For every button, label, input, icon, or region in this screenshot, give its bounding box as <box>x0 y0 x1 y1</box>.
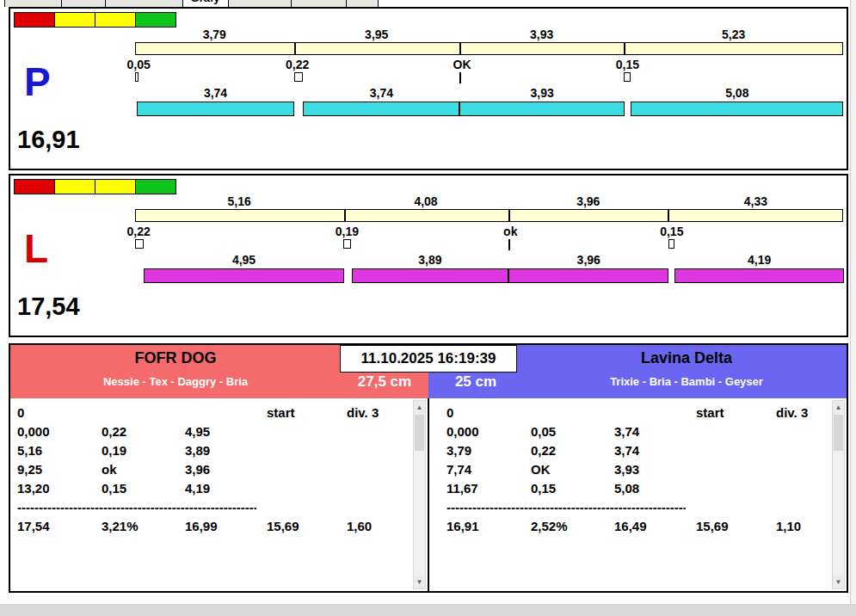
table-cell: 5,08 <box>614 481 696 500</box>
dog-labels-row: 3,743,743,935,08 <box>135 86 843 100</box>
table-cell <box>347 481 416 500</box>
table-cell <box>696 424 776 443</box>
tab-kombi-graf[interactable]: Kombi Graf <box>105 0 183 7</box>
teams-header: FOFR DOG Nessie - Tex - Daggry - Bria 27… <box>10 345 847 398</box>
app-window: RozbehCidlaKombi GrafGrafyDruzstvaRR / 3… <box>0 0 856 616</box>
table-cell <box>614 405 696 424</box>
ok-marker <box>459 72 461 83</box>
scroll-up-icon[interactable]: ▲ <box>414 401 425 414</box>
table-cell: 17,54 <box>17 519 102 538</box>
scroll-down-icon[interactable]: ▼ <box>833 576 844 588</box>
table-cell <box>267 424 347 443</box>
dog-bar-segment <box>137 102 293 116</box>
table-cell: OK <box>531 462 614 481</box>
table-cell: 16,49 <box>614 519 696 538</box>
change-time-label: 0,15 <box>660 225 683 238</box>
status-chip <box>54 179 95 194</box>
team-right-jump-height: 25 cm <box>428 373 523 391</box>
split-time-label: 4,08 <box>414 194 437 208</box>
scroll-down-icon[interactable]: ▼ <box>414 576 425 588</box>
change-labels-row: 0,050,22OK0,15 <box>135 58 843 71</box>
split-time-label: 3,79 <box>203 28 226 41</box>
tab-rozbeh[interactable]: Rozbeh <box>4 0 62 7</box>
split-time-label: 5,23 <box>722 28 745 41</box>
tab-grafy[interactable]: Grafy <box>182 0 229 7</box>
split-time-label: 3,95 <box>365 28 388 41</box>
status-chip <box>14 12 55 28</box>
table-cell: 3,79 <box>446 443 531 462</box>
tab-druzstva[interactable]: Druzstva <box>228 0 293 7</box>
change-marker <box>135 72 139 82</box>
change-time-label: ok <box>503 225 517 238</box>
total-bar <box>135 209 843 222</box>
table-cell <box>531 405 614 424</box>
change-markers-row <box>135 72 843 84</box>
table-cell: 2,52% <box>531 519 614 538</box>
bar-tick <box>624 42 625 55</box>
table-cell: 0,15 <box>102 481 185 500</box>
table-separator: ----------------------------------------… <box>17 500 256 519</box>
change-marker <box>624 72 630 82</box>
table-cell <box>347 443 416 462</box>
table-cell: 0 <box>17 405 102 424</box>
total-bar <box>135 42 843 55</box>
status-chip <box>14 179 55 194</box>
table-separator: ----------------------------------------… <box>446 500 686 519</box>
team-right-name: Lavina Delta <box>527 349 847 367</box>
table-cell: 0,000 <box>17 424 102 443</box>
tab-de[interactable]: DE <box>346 0 379 7</box>
results-grid-right: 0startdiv. 30,0000,053,743,790,223,747,7… <box>446 405 845 538</box>
split-time-label: 5,16 <box>228 194 251 208</box>
change-marker <box>135 239 144 249</box>
scroll-thumb[interactable] <box>415 415 424 451</box>
lane-total: 17,54 <box>17 293 80 321</box>
table-cell <box>696 462 776 481</box>
dog-time-label: 3,74 <box>370 86 393 100</box>
split-labels-row: 3,793,953,935,23 <box>135 28 843 41</box>
table-cell: 15,69 <box>267 519 347 538</box>
table-cell: div. 3 <box>347 405 416 424</box>
scroll-thumb[interactable] <box>834 415 843 451</box>
dog-bar-segment <box>674 268 844 283</box>
scroll-up-icon[interactable]: ▲ <box>833 401 844 414</box>
table-cell: 0,05 <box>531 424 614 443</box>
dog-time-label: 4,19 <box>748 253 771 267</box>
table-cell: 0,22 <box>531 443 614 462</box>
table-cell: 4,95 <box>185 424 267 443</box>
bar-tick <box>508 209 510 222</box>
scrollbar[interactable]: ▲ ▼ <box>832 400 845 589</box>
change-labels-row: 0,220,19ok0,15 <box>135 225 843 238</box>
lane-letter: P <box>24 62 51 102</box>
dog-bar <box>135 268 843 283</box>
split-time-label: 3,93 <box>530 28 553 41</box>
lane-chart: 5,164,083,964,33 0,220,19ok0,15 4,953,89… <box>135 194 843 291</box>
table-cell <box>185 405 267 424</box>
tab-cidla[interactable]: Cidla <box>61 0 106 7</box>
change-marker <box>343 239 351 249</box>
dog-bar <box>135 102 843 116</box>
table-cell <box>696 481 776 500</box>
table-cell: 5,16 <box>17 443 102 462</box>
dog-bar-segment <box>144 268 343 283</box>
results-grid-left: 0startdiv. 30,0000,224,955,160,193,899,2… <box>17 405 416 538</box>
team-left-jump-height: 27,5 cm <box>341 373 428 391</box>
dog-time-label: 3,74 <box>204 86 227 100</box>
status-chip <box>95 179 136 194</box>
status-strip <box>14 179 176 194</box>
split-time-label: 4,33 <box>744 194 767 208</box>
tab-rr-34[interactable]: RR / 34 <box>291 0 346 7</box>
bar-tick <box>459 42 461 55</box>
dog-bar-segment <box>303 102 459 116</box>
table-cell: 3,93 <box>614 462 696 481</box>
table-cell <box>267 462 347 481</box>
lane-panel-p: P 3,793,953,935,23 0,050,22OK0,15 3,743,… <box>9 7 848 170</box>
table-cell: 1,60 <box>347 519 416 538</box>
table-cell <box>696 443 776 462</box>
team-left-name: FOFR DOG <box>10 349 341 367</box>
scrollbar[interactable]: ▲ ▼ <box>413 400 426 589</box>
table-cell: 9,25 <box>17 462 102 481</box>
table-cell: 3,96 <box>185 462 267 481</box>
dog-bar-segment <box>631 102 843 116</box>
change-time-label: 0,22 <box>286 58 309 71</box>
table-cell: start <box>696 405 776 424</box>
